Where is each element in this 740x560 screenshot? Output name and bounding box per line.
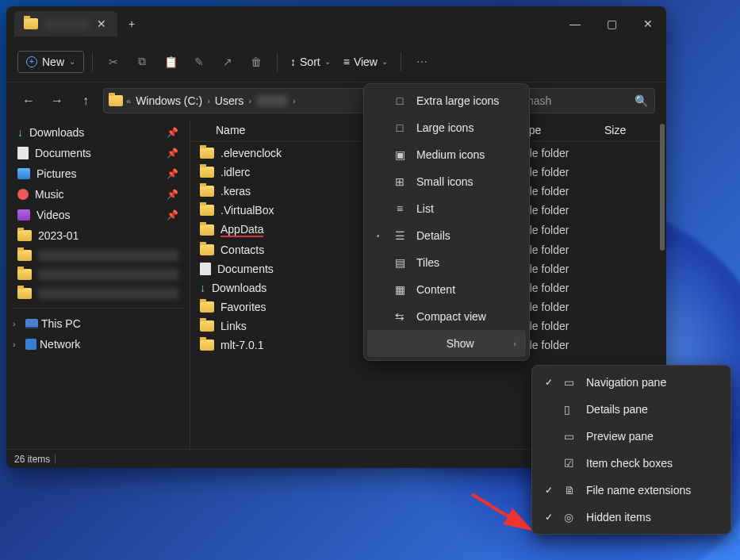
sidebar-item[interactable]: Pictures📌 bbox=[10, 163, 186, 184]
view-menu: □Extra large icons□Large icons▣Medium ic… bbox=[363, 83, 530, 361]
item-count: 26 items bbox=[14, 454, 50, 465]
menu-item[interactable]: ▣Medium icons bbox=[367, 141, 526, 168]
menu-label: Details bbox=[416, 229, 451, 242]
close-icon[interactable]: ✕ bbox=[95, 17, 108, 30]
file-name-label: .idlerc bbox=[220, 166, 250, 178]
active-tab[interactable]: ✕ bbox=[14, 11, 117, 36]
menu-icon: ≡ bbox=[393, 202, 407, 215]
bullet-icon: • bbox=[377, 232, 383, 240]
menu-label: Show bbox=[416, 337, 504, 350]
minimize-button[interactable]: — bbox=[557, 11, 593, 36]
column-name[interactable]: Name bbox=[200, 124, 382, 136]
sidebar-item[interactable] bbox=[10, 284, 186, 303]
view-icon: ≡ bbox=[343, 56, 350, 68]
new-tab-button[interactable]: + bbox=[122, 11, 141, 36]
column-size[interactable]: Size bbox=[604, 124, 652, 136]
chevron-right-icon: › bbox=[13, 319, 22, 328]
delete-button[interactable]: 🗑 bbox=[243, 49, 269, 75]
chevron-right-icon: › bbox=[248, 96, 251, 105]
cut-button[interactable]: ✂ bbox=[101, 49, 126, 75]
column-type[interactable]: Type bbox=[517, 124, 604, 136]
menu-label: Extra large icons bbox=[416, 94, 499, 107]
file-type: File folder bbox=[520, 224, 608, 236]
menu-item[interactable]: □Extra large icons bbox=[367, 87, 526, 114]
submenu-item[interactable]: ✓🗎File name extensions bbox=[535, 477, 727, 504]
pin-icon: 📌 bbox=[167, 209, 178, 221]
up-button[interactable]: ↑ bbox=[75, 90, 97, 112]
submenu-item[interactable]: ✓◎Hidden items bbox=[535, 504, 727, 531]
menu-icon: ☰ bbox=[393, 229, 407, 242]
sidebar-item[interactable]: ›Network bbox=[10, 334, 186, 355]
submenu-item[interactable]: ✓▭Navigation pane bbox=[535, 369, 727, 396]
submenu-item[interactable]: ▭Preview pane bbox=[535, 423, 727, 450]
submenu-item[interactable]: ▯Details pane bbox=[535, 396, 727, 423]
separator bbox=[277, 52, 278, 71]
pin-icon: 📌 bbox=[167, 189, 178, 200]
file-type: File folder bbox=[520, 263, 608, 275]
sidebar-item-label bbox=[38, 250, 178, 261]
sort-label: Sort bbox=[300, 56, 320, 68]
menu-label: Item check boxes bbox=[586, 457, 673, 470]
chevron-right-icon: › bbox=[293, 96, 296, 105]
sidebar-item[interactable] bbox=[10, 246, 186, 265]
scrollbar-thumb[interactable] bbox=[660, 142, 665, 251]
search-input[interactable]: hash 🔍 bbox=[520, 88, 655, 113]
menu-label: Content bbox=[416, 283, 455, 296]
music-icon bbox=[17, 189, 29, 200]
sidebar-item-label: 2023-01 bbox=[38, 229, 79, 242]
sidebar-item[interactable]: ›This PC bbox=[10, 313, 186, 334]
sidebar-item-label: This PC bbox=[41, 317, 81, 330]
rename-button[interactable]: ✎ bbox=[186, 49, 212, 75]
submenu-item[interactable]: ☑Item check boxes bbox=[535, 450, 727, 477]
addressbar: ← → ↑ « Windows (C:) › Users › › hash 🔍 bbox=[6, 82, 666, 119]
sidebar-item[interactable] bbox=[10, 265, 186, 284]
breadcrumb-item[interactable]: Windows (C:) bbox=[134, 93, 204, 109]
menu-icon: ⊞ bbox=[393, 175, 407, 188]
sidebar-item[interactable]: 2023-01 bbox=[10, 225, 186, 246]
sidebar-item[interactable]: Music📌 bbox=[10, 184, 186, 205]
sidebar-item[interactable]: ↓Downloads📌 bbox=[10, 122, 186, 143]
chevron-right-icon: › bbox=[513, 339, 516, 348]
share-button[interactable]: ↗ bbox=[215, 49, 240, 75]
back-button[interactable]: ← bbox=[17, 90, 40, 112]
forward-button[interactable]: → bbox=[46, 90, 68, 112]
menu-item[interactable]: □Large icons bbox=[367, 114, 526, 141]
view-button[interactable]: ≡ View ⌄ bbox=[339, 52, 393, 71]
sidebar-item-label bbox=[38, 288, 178, 299]
menu-item[interactable]: ≡List bbox=[367, 195, 526, 222]
navigation-pane: ↓Downloads📌Documents📌Pictures📌Music📌Vide… bbox=[6, 119, 190, 449]
tab-title bbox=[44, 18, 89, 29]
sidebar-item[interactable]: Documents📌 bbox=[10, 143, 186, 163]
sidebar-item-label: Documents bbox=[35, 147, 91, 159]
menu-item[interactable]: ▦Content bbox=[367, 276, 526, 303]
breadcrumb-overflow[interactable]: « bbox=[126, 96, 131, 105]
menu-item[interactable]: ⇆Compact view bbox=[367, 303, 526, 330]
menu-icon: 🗎 bbox=[564, 484, 578, 497]
breadcrumb-item[interactable] bbox=[255, 94, 289, 108]
menu-item[interactable]: ⊞Small icons bbox=[367, 168, 526, 195]
maximize-button[interactable]: ▢ bbox=[593, 11, 630, 36]
menu-icon: □ bbox=[393, 94, 407, 107]
sidebar-item-label: Network bbox=[40, 338, 80, 351]
file-name-label: Documents bbox=[217, 263, 274, 275]
file-type: File folder bbox=[520, 185, 608, 198]
paste-button[interactable]: 📋 bbox=[158, 49, 183, 75]
breadcrumb-item[interactable]: Users bbox=[213, 93, 246, 109]
more-button[interactable]: ⋯ bbox=[409, 49, 435, 75]
menu-label: Medium icons bbox=[416, 148, 485, 161]
menu-item[interactable]: ▤Tiles bbox=[367, 249, 526, 276]
sidebar-item[interactable]: Videos📌 bbox=[10, 205, 186, 225]
separator bbox=[401, 52, 401, 71]
menu-item[interactable]: •☰Details bbox=[367, 222, 526, 249]
menu-label: Large icons bbox=[416, 121, 474, 134]
menu-item-show[interactable]: Show› bbox=[367, 330, 526, 357]
menu-icon: ▯ bbox=[564, 403, 578, 416]
sort-button[interactable]: ↕ Sort ⌄ bbox=[286, 52, 335, 71]
folder-icon bbox=[17, 288, 32, 299]
close-button[interactable]: ✕ bbox=[630, 11, 666, 36]
copy-button[interactable]: ⧉ bbox=[129, 49, 155, 75]
new-button[interactable]: + New ⌄ bbox=[17, 51, 84, 73]
sidebar-item-label bbox=[38, 269, 178, 280]
sidebar-item-label: Videos bbox=[36, 209, 71, 221]
file-name-label: Downloads bbox=[212, 282, 266, 294]
